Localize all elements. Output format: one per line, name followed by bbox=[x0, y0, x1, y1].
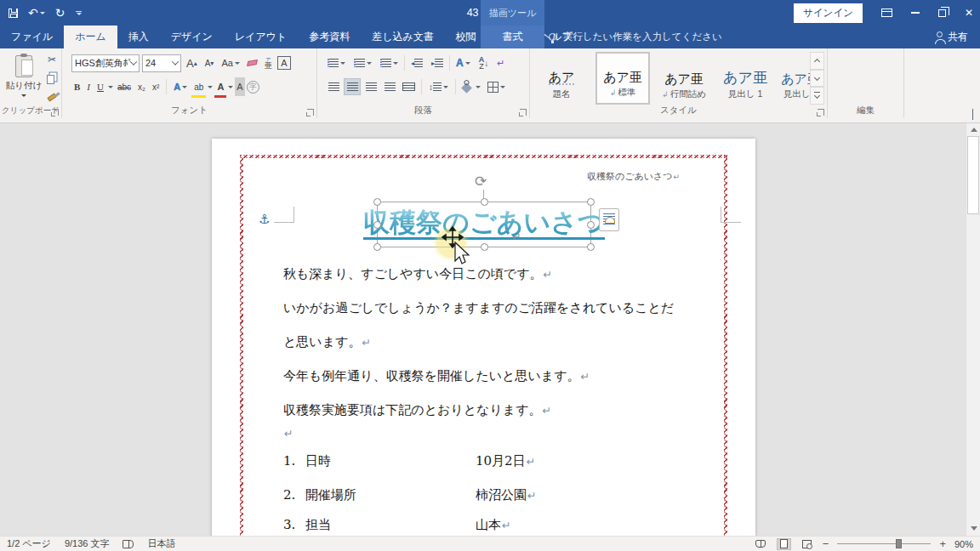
justify-button[interactable] bbox=[381, 78, 398, 95]
bold-button[interactable]: B bbox=[71, 77, 83, 96]
shrink-font-button[interactable]: A▾ bbox=[202, 54, 217, 72]
font-color-button[interactable]: A bbox=[214, 77, 226, 96]
minimize-button[interactable] bbox=[911, 12, 920, 14]
page-header-text[interactable]: 収穫祭のごあいさつ↵ bbox=[587, 170, 680, 183]
read-mode-button[interactable] bbox=[754, 538, 768, 550]
web-layout-button[interactable] bbox=[800, 538, 814, 550]
tab-home[interactable]: ホーム bbox=[64, 26, 117, 48]
rotate-handle[interactable]: ⟳ bbox=[475, 173, 487, 190]
format-painter-button[interactable] bbox=[44, 89, 60, 105]
resize-handle-top-right[interactable] bbox=[587, 198, 595, 206]
clear-formatting-button[interactable] bbox=[245, 54, 259, 72]
align-center-button[interactable] bbox=[344, 78, 361, 95]
change-case-button[interactable]: Aa bbox=[219, 54, 242, 72]
paragraph-dialog-launcher[interactable] bbox=[520, 109, 527, 116]
superscript-button[interactable]: x² bbox=[150, 77, 162, 96]
highlight-button[interactable]: ab bbox=[191, 77, 206, 96]
list-item[interactable]: 1.日時10月2日↵ bbox=[283, 453, 331, 469]
multilevel-list-button[interactable] bbox=[378, 54, 401, 72]
enclose-characters-button[interactable]: 字 bbox=[247, 81, 259, 94]
zoom-slider[interactable] bbox=[837, 543, 931, 544]
italic-button[interactable]: I bbox=[84, 77, 93, 96]
tab-design[interactable]: デザイン bbox=[160, 26, 224, 48]
font-name-combo[interactable]: HGS創英角ﾎﾟ bbox=[71, 54, 140, 72]
style-heading1[interactable]: あア亜 見出し 1 bbox=[718, 52, 772, 105]
zoom-slider-handle[interactable] bbox=[896, 539, 902, 548]
resize-handle-mid-left[interactable] bbox=[373, 221, 381, 229]
list-item[interactable]: 3.担当山本↵ bbox=[283, 517, 331, 533]
page-indicator[interactable]: 1/2 ページ bbox=[7, 537, 51, 550]
language-indicator[interactable]: 日本語 bbox=[147, 537, 175, 550]
zoom-in-button[interactable]: + bbox=[939, 538, 946, 549]
font-size-combo[interactable]: 24 bbox=[142, 54, 181, 72]
undo-button[interactable]: ↶ bbox=[28, 7, 45, 19]
character-shading-button[interactable]: A bbox=[235, 77, 244, 96]
style-title[interactable]: あア 題名 bbox=[534, 52, 589, 105]
increase-indent-button[interactable]: ▸ bbox=[429, 54, 446, 72]
layout-options-button[interactable] bbox=[599, 208, 619, 231]
tab-insert[interactable]: 挿入 bbox=[117, 26, 160, 48]
share-button[interactable]: 共有 bbox=[937, 26, 968, 48]
character-border-button[interactable]: A bbox=[277, 56, 291, 70]
document-page[interactable]: 収穫祭のごあいさつ↵ ⚓ ⟳ 収穫祭のごあいさつ ↵ 秋も深まり、すごしやすい今… bbox=[212, 139, 755, 536]
tell-me-box[interactable]: 実行したい作業を入力してください bbox=[549, 26, 722, 48]
line-spacing-button[interactable]: ↕ bbox=[426, 77, 451, 96]
asian-layout-button[interactable]: A bbox=[453, 54, 473, 72]
resize-handle-top-left[interactable] bbox=[373, 198, 381, 206]
cut-button[interactable]: ✂ bbox=[44, 52, 60, 67]
bullets-button[interactable] bbox=[325, 54, 348, 72]
body-line[interactable]: 今年も例年通り、収穫祭を開催したいと思います。↵ bbox=[283, 368, 590, 384]
subscript-button[interactable]: x₂ bbox=[135, 77, 148, 96]
resize-handle-bottom-center[interactable] bbox=[481, 243, 488, 251]
proofing-icon[interactable] bbox=[122, 540, 134, 548]
ribbon-display-options-button[interactable] bbox=[881, 9, 892, 17]
scrollbar-thumb[interactable] bbox=[967, 136, 979, 214]
resize-handle-bottom-right[interactable] bbox=[587, 243, 595, 251]
style-no-spacing[interactable]: あア亜 ↲行間詰め bbox=[657, 52, 711, 105]
resize-handle-mid-right[interactable] bbox=[587, 221, 595, 229]
wordart-text[interactable]: 収穫祭のごあいさつ bbox=[363, 209, 604, 240]
show-editing-marks-button[interactable]: ↵ bbox=[494, 54, 507, 72]
list-item[interactable]: 2.開催場所柿沼公園↵ bbox=[283, 487, 356, 503]
body-line[interactable]: ↵ bbox=[283, 425, 293, 440]
save-button[interactable] bbox=[9, 9, 18, 18]
restore-button[interactable] bbox=[938, 9, 946, 17]
tab-references[interactable]: 参考資料 bbox=[298, 26, 361, 48]
numbering-button[interactable] bbox=[351, 54, 374, 72]
clipboard-dialog-launcher[interactable] bbox=[52, 109, 59, 116]
close-button[interactable]: ✕ bbox=[965, 7, 973, 19]
shading-button[interactable] bbox=[460, 77, 483, 96]
body-line[interactable]: 収穫祭実施要項は下記のとおりとなります。↵ bbox=[283, 402, 551, 418]
word-count[interactable]: 9/136 文字 bbox=[65, 537, 110, 550]
styles-dialog-launcher[interactable] bbox=[818, 109, 824, 116]
redo-button[interactable]: ↻ bbox=[55, 7, 66, 19]
phonetic-guide-button[interactable]: ア亜 bbox=[262, 54, 275, 72]
scroll-down-button[interactable] bbox=[967, 522, 980, 535]
vertical-scrollbar[interactable] bbox=[966, 123, 980, 536]
collapse-ribbon-button[interactable] bbox=[972, 109, 973, 119]
print-layout-button[interactable] bbox=[777, 538, 791, 550]
resize-handle-bottom-left[interactable] bbox=[373, 243, 381, 251]
sort-button[interactable]: AZ↓ bbox=[476, 54, 492, 72]
decrease-indent-button[interactable]: ◂ bbox=[408, 54, 425, 72]
styles-scroll-down-button[interactable] bbox=[810, 70, 824, 88]
styles-gallery-more-button[interactable] bbox=[810, 87, 824, 105]
styles-scroll-up-button[interactable] bbox=[810, 52, 824, 70]
text-effects-button[interactable]: A bbox=[171, 77, 190, 96]
borders-button[interactable] bbox=[485, 77, 508, 96]
tab-mailings[interactable]: 差し込み文書 bbox=[361, 26, 445, 48]
scroll-up-button[interactable] bbox=[967, 123, 980, 136]
align-right-button[interactable] bbox=[362, 78, 379, 95]
strikethrough-button[interactable]: abc bbox=[115, 77, 134, 96]
underline-button[interactable]: U bbox=[94, 77, 106, 96]
resize-handle-top-center[interactable] bbox=[481, 198, 488, 206]
grow-font-button[interactable]: A▴ bbox=[184, 54, 200, 72]
wordart-selection-box[interactable]: 収穫祭のごあいさつ bbox=[377, 202, 591, 247]
font-dialog-launcher[interactable] bbox=[307, 109, 314, 116]
body-line[interactable]: 秋も深まり、すごしやすい今日この頃です。↵ bbox=[283, 266, 552, 282]
customize-qat-button[interactable] bbox=[75, 11, 82, 15]
tab-layout[interactable]: レイアウト bbox=[224, 26, 298, 48]
body-line[interactable]: いかがお過ごしでしょうか？ますますのご活躍をされていることだ bbox=[283, 300, 675, 316]
distribute-button[interactable] bbox=[400, 78, 417, 95]
tab-file[interactable]: ファイル bbox=[0, 26, 64, 48]
